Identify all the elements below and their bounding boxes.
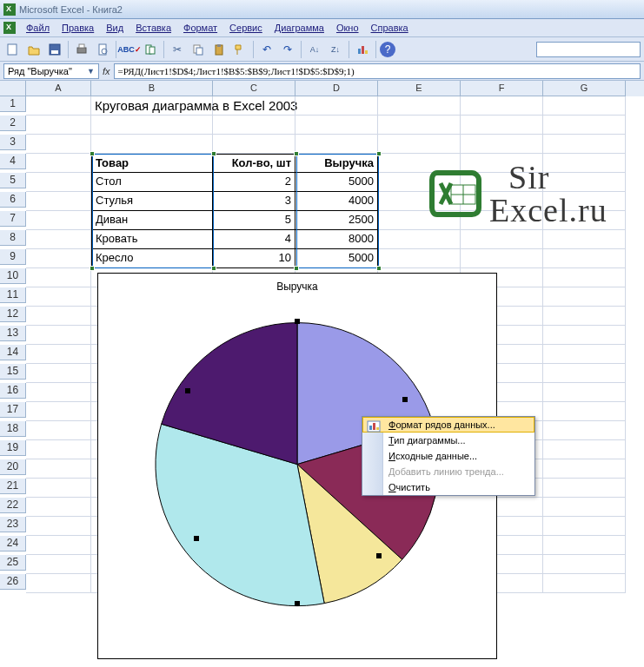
ctx-item-4[interactable]: Очистить — [362, 479, 534, 495]
cell-A17[interactable] — [26, 402, 91, 421]
cell-B1[interactable]: Круговая диаграмма в Excel 2003 — [91, 96, 213, 116]
cell-G1[interactable] — [543, 96, 626, 116]
print-preview-icon[interactable] — [93, 40, 112, 59]
col-header-G[interactable]: G — [543, 81, 626, 96]
menu-window[interactable]: Окно — [331, 21, 364, 35]
menu-help[interactable]: Справка — [366, 21, 414, 35]
cell-F3[interactable] — [461, 135, 543, 154]
ctx-item-1[interactable]: Тип диаграммы... — [362, 433, 534, 448]
name-box[interactable]: Ряд "Выручка" ▼ — [3, 63, 99, 79]
cell-G11[interactable] — [543, 287, 626, 307]
cell-G23[interactable] — [543, 517, 626, 536]
cell-G24[interactable] — [543, 536, 626, 555]
row-header-20[interactable]: 20 — [0, 459, 26, 475]
cell-A14[interactable] — [26, 345, 91, 364]
col-header-D[interactable]: D — [295, 81, 378, 96]
row-header-13[interactable]: 13 — [0, 326, 26, 341]
cell-B6[interactable]: Стулья — [91, 192, 213, 211]
row-header-21[interactable]: 21 — [0, 479, 26, 494]
col-header-B[interactable]: B — [91, 81, 213, 96]
cell-A19[interactable] — [26, 440, 91, 459]
row-header-11[interactable]: 11 — [0, 287, 26, 303]
cell-C4[interactable]: Кол-во, шт — [213, 154, 295, 173]
col-header-F[interactable]: F — [461, 81, 543, 96]
row-header-16[interactable]: 16 — [0, 383, 26, 399]
menu-format[interactable]: Формат — [178, 21, 222, 35]
redo-icon[interactable]: ↷ — [278, 40, 297, 59]
cell-D5[interactable]: 5000 — [295, 173, 378, 192]
row-header-18[interactable]: 18 — [0, 421, 26, 437]
select-all-corner[interactable] — [0, 81, 26, 96]
cell-E1[interactable] — [378, 96, 461, 116]
cell-D8[interactable]: 8000 — [295, 230, 378, 249]
row-header-8[interactable]: 8 — [0, 230, 26, 246]
cell-G25[interactable] — [543, 555, 626, 574]
copy-icon[interactable] — [189, 40, 208, 59]
cell-D4[interactable]: Выручка — [295, 154, 378, 173]
cell-A18[interactable] — [26, 421, 91, 440]
menu-insert[interactable]: Вставка — [130, 21, 176, 35]
cell-A10[interactable] — [26, 268, 91, 287]
row-header-23[interactable]: 23 — [0, 517, 26, 532]
cell-A26[interactable] — [26, 574, 91, 593]
print-icon[interactable] — [72, 40, 91, 59]
cell-A8[interactable] — [26, 230, 91, 249]
format-painter-icon[interactable] — [230, 40, 249, 59]
cell-G12[interactable] — [543, 307, 626, 326]
cell-G2[interactable] — [543, 116, 626, 135]
sort-asc-icon[interactable]: A↓ — [305, 40, 324, 59]
cell-D3[interactable] — [295, 135, 378, 154]
row-header-26[interactable]: 26 — [0, 574, 26, 590]
row-header-24[interactable]: 24 — [0, 536, 26, 551]
cell-A9[interactable] — [26, 249, 91, 268]
cell-G10[interactable] — [543, 268, 626, 287]
cell-D2[interactable] — [295, 116, 378, 135]
row-header-9[interactable]: 9 — [0, 249, 26, 265]
cell-A6[interactable] — [26, 192, 91, 211]
cell-A1[interactable] — [26, 96, 91, 116]
row-header-1[interactable]: 1 — [0, 96, 26, 112]
row-header-25[interactable]: 25 — [0, 555, 26, 571]
cell-G19[interactable] — [543, 440, 626, 459]
cell-G22[interactable] — [543, 498, 626, 517]
cell-B7[interactable]: Диван — [91, 211, 213, 230]
col-header-E[interactable]: E — [378, 81, 461, 96]
cell-G21[interactable] — [543, 479, 626, 498]
row-header-17[interactable]: 17 — [0, 402, 26, 418]
cell-B8[interactable]: Кровать — [91, 230, 213, 249]
cell-C8[interactable]: 4 — [213, 230, 295, 249]
menu-file[interactable]: Файл — [21, 21, 55, 35]
cell-G20[interactable] — [543, 459, 626, 479]
formula-input[interactable]: =РЯД(Лист1!$D$4;Лист1!$B$5:$B$9;Лист1!$D… — [114, 63, 641, 79]
cell-C5[interactable]: 2 — [213, 173, 295, 192]
research-icon[interactable] — [141, 40, 160, 59]
fx-icon[interactable]: fx — [103, 66, 110, 76]
col-header-A[interactable]: A — [26, 81, 91, 96]
cut-icon[interactable]: ✂ — [168, 40, 187, 59]
cell-C3[interactable] — [213, 135, 295, 154]
cell-G3[interactable] — [543, 135, 626, 154]
cell-E3[interactable] — [378, 135, 461, 154]
row-header-7[interactable]: 7 — [0, 211, 26, 227]
cell-B5[interactable]: Стол — [91, 173, 213, 192]
cell-D9[interactable]: 5000 — [295, 249, 378, 268]
row-header-5[interactable]: 5 — [0, 173, 26, 188]
cell-A7[interactable] — [26, 211, 91, 230]
row-header-2[interactable]: 2 — [0, 116, 26, 131]
save-icon[interactable] — [45, 40, 64, 59]
cell-A21[interactable] — [26, 479, 91, 498]
ctx-item-0[interactable]: Формат рядов данных... — [362, 417, 534, 433]
chart-title[interactable]: Выручка — [98, 281, 496, 293]
cell-A3[interactable] — [26, 135, 91, 154]
cell-G15[interactable] — [543, 364, 626, 383]
cell-A2[interactable] — [26, 116, 91, 135]
spellcheck-icon[interactable]: ABC✓ — [120, 40, 139, 59]
undo-icon[interactable]: ↶ — [257, 40, 276, 59]
cell-D6[interactable]: 4000 — [295, 192, 378, 211]
cell-C7[interactable]: 5 — [213, 211, 295, 230]
cell-B4[interactable]: Товар — [91, 154, 213, 173]
cell-G17[interactable] — [543, 402, 626, 421]
cell-E2[interactable] — [378, 116, 461, 135]
cell-A25[interactable] — [26, 555, 91, 574]
menu-edit[interactable]: Правка — [56, 21, 99, 35]
